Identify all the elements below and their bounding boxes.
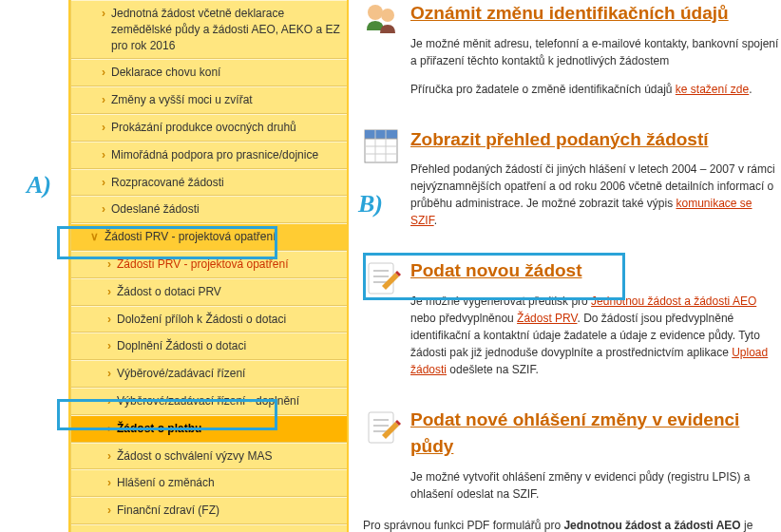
- section-text: Je možné vygenerovat předtisk pro Jednot…: [410, 293, 781, 378]
- chevron-right-icon: ›: [107, 338, 111, 354]
- svg-point-1: [381, 9, 394, 22]
- sidebar-item-label: Odeslané žádosti: [111, 201, 200, 218]
- sidebar-item-zmeny-zvirat[interactable]: › Změny a vyšší moci u zvířat: [71, 86, 347, 114]
- link-zobrazit-prehled[interactable]: Zobrazit přehled podaných žádostí: [410, 129, 709, 149]
- section-text: Je možné vytvořit ohlášení změny v evide…: [410, 468, 781, 503]
- chevron-right-icon: ›: [102, 65, 105, 81]
- link-oznamit-zmenu[interactable]: Oznámit změnu identifikačních údajů: [410, 3, 729, 23]
- document-edit-icon: [363, 408, 401, 446]
- sidebar-item-label: Žádosti PRV - projektová opatření: [105, 229, 276, 245]
- sidebar-item-mimoradna-podpora[interactable]: › Mimořádná podpora pro prasnice/dojnice: [71, 142, 347, 169]
- sidebar-item-dolozeni-priloh[interactable]: › Doložení příloh k Žádosti o dotaci: [71, 306, 347, 333]
- sidebar-item-label: Doplnění Žádosti o dotaci: [117, 338, 246, 354]
- section-text: Přehled podaných žádostí či jiných hláše…: [410, 161, 781, 229]
- svg-rect-3: [365, 130, 397, 139]
- sidebar-item-label: Výběrové/zadávací řízení: [117, 366, 245, 382]
- sidebar-item-odeslane[interactable]: › Odeslané žádosti: [71, 196, 347, 223]
- sidebar-item-label: Žádost o schválení výzvy MAS: [117, 448, 272, 465]
- sidebar-item-monitoring[interactable]: › Monitoring podnikatelského plánu/proje…: [71, 524, 347, 532]
- sidebar-item-label: Výběrové/zadávací řízení - doplnění: [117, 393, 299, 409]
- sidebar-item-label: Mimořádná podpora pro prasnice/dojnice: [111, 147, 318, 163]
- link-stazeni-zde[interactable]: ke stažení zde: [676, 83, 749, 96]
- link-zadost-prv[interactable]: Žádost PRV: [517, 312, 577, 325]
- sidebar-item-label: Hlášení o změnách: [117, 475, 215, 491]
- sidebar-item-label: Změny a vyšší moci u zvířat: [111, 92, 253, 108]
- section-text: Příručka pro žadatele o změně identifika…: [410, 81, 781, 98]
- users-icon: [363, 2, 401, 38]
- main-content: Oznámit změnu identifikačních údajů Je m…: [349, 0, 781, 532]
- sidebar-item-label: Finanční zdraví (FZ): [117, 503, 219, 519]
- sidebar-item-zadosti-prv-sub[interactable]: › Žádosti PRV - projektová opatření: [71, 251, 347, 278]
- sidebar-item-label: Žádost o platbu: [117, 421, 201, 437]
- sidebar-item-hlaseni-zmenach[interactable]: › Hlášení o změnách: [71, 469, 347, 497]
- sidebar-item-zadosti-prv-group[interactable]: ∨ Žádosti PRV - projektová opatření: [71, 223, 347, 251]
- chevron-right-icon: ›: [102, 6, 105, 22]
- annotation-a: A): [27, 171, 51, 200]
- chevron-right-icon: ›: [102, 92, 105, 108]
- chevron-right-icon: ›: [107, 256, 111, 273]
- chevron-right-icon: ›: [107, 284, 111, 300]
- sidebar-item-jednotna-zadost[interactable]: › Jednotná žádost včetně deklarace zeměd…: [71, 0, 347, 59]
- sidebar-item-zadost-dotaci-prv[interactable]: › Žádost o dotaci PRV: [71, 278, 347, 306]
- footer-note: Pro správnou funkci PDF formulářů pro Je…: [363, 517, 781, 533]
- chevron-right-icon: ›: [107, 421, 111, 437]
- footer-bold: Jednotnou žádost a žádosti AEO: [563, 519, 740, 532]
- sidebar-item-prokazani-produkce[interactable]: › Prokázání produkce ovocných druhů: [71, 114, 347, 142]
- chevron-right-icon: ›: [107, 366, 111, 382]
- chevron-right-icon: ›: [107, 503, 111, 519]
- table-icon: [363, 128, 401, 166]
- sidebar-item-label: Doložení příloh k Žádosti o dotaci: [117, 312, 286, 328]
- sidebar-item-label: Žádost o dotaci PRV: [117, 284, 221, 300]
- link-podat-ohlaseni[interactable]: Podat nové ohlášení změny v evidenci půd…: [410, 409, 739, 457]
- chevron-down-icon: ∨: [90, 229, 99, 245]
- sidebar-item-vyberove[interactable]: › Výběrové/zadávací řízení: [71, 360, 347, 388]
- sidebar-item-financni-zdravi[interactable]: › Finanční zdraví (FZ): [71, 497, 347, 524]
- sidebar-item-zadost-platbu[interactable]: › Žádost o platbu: [71, 415, 347, 443]
- sidebar-item-doplneni-zadosti[interactable]: › Doplnění Žádosti o dotaci: [71, 332, 347, 360]
- sidebar-item-label: Žádosti PRV - projektová opatření: [117, 256, 289, 273]
- section-podat-ohlaseni: Podat nové ohlášení změny v evidenci půd…: [363, 407, 781, 503]
- svg-point-0: [368, 5, 383, 20]
- document-edit-icon: [363, 259, 401, 297]
- sidebar-item-schvaleni-mas[interactable]: › Žádost o schválení výzvy MAS: [71, 443, 347, 470]
- sidebar-item-label: Prokázání produkce ovocných druhů: [111, 120, 296, 136]
- chevron-right-icon: ›: [107, 393, 111, 409]
- chevron-right-icon: ›: [107, 448, 111, 465]
- section-text: Je možné měnit adresu, telefonní a e-mai…: [410, 35, 781, 69]
- sidebar-item-label: Rozpracované žádosti: [111, 175, 224, 191]
- sidebar: › Jednotná žádost včetně deklarace zeměd…: [68, 0, 349, 532]
- sidebar-item-deklarace-koni[interactable]: › Deklarace chovu koní: [71, 59, 347, 86]
- link-jednotnou-zadost[interactable]: Jednotnou žádost a žádosti AEO: [591, 294, 756, 308]
- annotation-b: B): [358, 190, 383, 218]
- sidebar-item-label: Jednotná žádost včetně deklarace zeměděl…: [111, 6, 341, 53]
- chevron-right-icon: ›: [102, 201, 105, 218]
- section-zobrazit-prehled: Zobrazit přehled podaných žádostí Přehle…: [363, 126, 781, 230]
- sidebar-item-rozpracovane[interactable]: › Rozpracované žádosti: [71, 169, 347, 197]
- section-oznamit-zmenu: Oznámit změnu identifikačních údajů Je m…: [363, 0, 781, 98]
- section-podat-novou: Podat novou žádost Je možné vygenerovat …: [363, 257, 781, 378]
- chevron-right-icon: ›: [107, 475, 111, 491]
- chevron-right-icon: ›: [102, 147, 105, 163]
- chevron-right-icon: ›: [102, 120, 105, 136]
- sidebar-item-vyberove-doplneni[interactable]: › Výběrové/zadávací řízení - doplnění: [71, 388, 347, 415]
- sidebar-item-label: Deklarace chovu koní: [111, 65, 220, 81]
- chevron-right-icon: ›: [102, 175, 105, 191]
- link-podat-novou[interactable]: Podat novou žádost: [410, 260, 582, 280]
- chevron-right-icon: ›: [107, 312, 111, 328]
